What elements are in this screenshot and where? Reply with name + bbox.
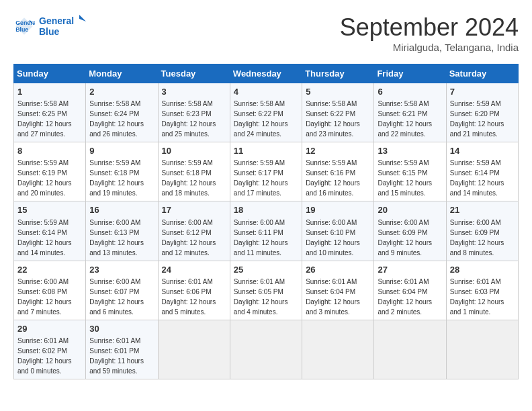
day-info: Sunrise: 6:01 AMSunset: 6:05 PMDaylight:… — [234, 278, 288, 316]
weekday-header-saturday: Saturday — [446, 64, 518, 83]
calendar-day-24: 24Sunrise: 6:01 AMSunset: 6:06 PMDayligh… — [158, 261, 230, 320]
day-info: Sunrise: 5:59 AMSunset: 6:20 PMDaylight:… — [450, 100, 504, 138]
day-number: 3 — [162, 86, 226, 98]
calendar-day-30: 30Sunrise: 6:01 AMSunset: 6:01 PMDayligh… — [86, 320, 158, 379]
weekday-header-monday: Monday — [86, 64, 158, 83]
day-info: Sunrise: 6:00 AMSunset: 6:09 PMDaylight:… — [378, 219, 432, 257]
calendar-day-16: 16Sunrise: 6:00 AMSunset: 6:13 PMDayligh… — [86, 201, 158, 261]
day-info: Sunrise: 6:01 AMSunset: 6:01 PMDaylight:… — [89, 337, 144, 375]
weekday-header-row: SundayMondayTuesdayWednesdayThursdayFrid… — [14, 64, 519, 83]
calendar-day-15: 15Sunrise: 5:59 AMSunset: 6:14 PMDayligh… — [14, 201, 86, 261]
day-info: Sunrise: 5:58 AMSunset: 6:24 PMDaylight:… — [89, 100, 144, 138]
day-info: Sunrise: 5:59 AMSunset: 6:14 PMDaylight:… — [17, 219, 72, 257]
day-number: 10 — [162, 145, 226, 157]
calendar-day-5: 5Sunrise: 5:58 AMSunset: 6:22 PMDaylight… — [302, 83, 374, 142]
calendar-day-10: 10Sunrise: 5:59 AMSunset: 6:18 PMDayligh… — [158, 142, 230, 201]
calendar-day-1: 1Sunrise: 5:58 AMSunset: 6:25 PMDaylight… — [14, 83, 86, 142]
calendar-empty — [446, 320, 518, 379]
day-info: Sunrise: 6:00 AMSunset: 6:12 PMDaylight:… — [162, 219, 216, 257]
svg-text:Blue: Blue — [39, 26, 60, 37]
day-info: Sunrise: 5:59 AMSunset: 6:18 PMDaylight:… — [89, 159, 144, 197]
day-number: 1 — [17, 86, 82, 98]
day-info: Sunrise: 6:00 AMSunset: 6:07 PMDaylight:… — [89, 278, 144, 316]
day-info: Sunrise: 6:00 AMSunset: 6:10 PMDaylight:… — [306, 219, 360, 257]
day-info: Sunrise: 5:58 AMSunset: 6:22 PMDaylight:… — [234, 100, 288, 138]
day-info: Sunrise: 6:00 AMSunset: 6:09 PMDaylight:… — [450, 219, 504, 257]
day-number: 6 — [378, 86, 442, 98]
day-number: 18 — [234, 204, 298, 216]
calendar-day-22: 22Sunrise: 6:00 AMSunset: 6:08 PMDayligh… — [14, 261, 86, 320]
weekday-header-friday: Friday — [374, 64, 446, 83]
weekday-header-wednesday: Wednesday — [230, 64, 302, 83]
calendar-table: SundayMondayTuesdayWednesdayThursdayFrid… — [13, 64, 519, 379]
calendar-day-18: 18Sunrise: 6:00 AMSunset: 6:11 PMDayligh… — [230, 201, 302, 261]
day-info: Sunrise: 6:01 AMSunset: 6:04 PMDaylight:… — [306, 278, 360, 316]
day-number: 2 — [89, 86, 154, 98]
calendar-empty — [230, 320, 302, 379]
day-info: Sunrise: 5:59 AMSunset: 6:15 PMDaylight:… — [378, 159, 432, 197]
day-info: Sunrise: 6:01 AMSunset: 6:04 PMDaylight:… — [378, 278, 432, 316]
day-info: Sunrise: 6:00 AMSunset: 6:13 PMDaylight:… — [89, 219, 144, 257]
calendar-day-6: 6Sunrise: 5:58 AMSunset: 6:21 PMDaylight… — [374, 83, 446, 142]
day-number: 5 — [306, 86, 370, 98]
calendar-day-26: 26Sunrise: 6:01 AMSunset: 6:04 PMDayligh… — [302, 261, 374, 320]
day-info: Sunrise: 5:58 AMSunset: 6:22 PMDaylight:… — [306, 100, 360, 138]
day-info: Sunrise: 6:01 AMSunset: 6:06 PMDaylight:… — [162, 278, 216, 316]
svg-marker-5 — [79, 15, 86, 21]
day-info: Sunrise: 5:58 AMSunset: 6:23 PMDaylight:… — [162, 100, 216, 138]
calendar-week-1: 1Sunrise: 5:58 AMSunset: 6:25 PMDaylight… — [14, 83, 519, 142]
calendar-day-2: 2Sunrise: 5:58 AMSunset: 6:24 PMDaylight… — [86, 83, 158, 142]
location: Mirialguda, Telangana, India — [340, 42, 519, 53]
day-number: 12 — [306, 145, 370, 157]
calendar-empty — [374, 320, 446, 379]
calendar-day-13: 13Sunrise: 5:59 AMSunset: 6:15 PMDayligh… — [374, 142, 446, 201]
day-info: Sunrise: 6:00 AMSunset: 6:08 PMDaylight:… — [17, 278, 72, 316]
day-number: 28 — [450, 264, 515, 276]
logo-icon: General Blue — [13, 15, 35, 37]
day-number: 25 — [234, 264, 298, 276]
day-info: Sunrise: 5:59 AMSunset: 6:19 PMDaylight:… — [17, 159, 72, 197]
calendar-day-14: 14Sunrise: 5:59 AMSunset: 6:14 PMDayligh… — [446, 142, 518, 201]
day-number: 11 — [234, 145, 298, 157]
calendar-day-17: 17Sunrise: 6:00 AMSunset: 6:12 PMDayligh… — [158, 201, 230, 261]
calendar-day-7: 7Sunrise: 5:59 AMSunset: 6:20 PMDaylight… — [446, 83, 518, 142]
day-number: 26 — [306, 264, 370, 276]
day-number: 21 — [450, 204, 515, 216]
calendar-day-3: 3Sunrise: 5:58 AMSunset: 6:23 PMDaylight… — [158, 83, 230, 142]
day-info: Sunrise: 6:00 AMSunset: 6:11 PMDaylight:… — [234, 219, 288, 257]
day-info: Sunrise: 5:59 AMSunset: 6:18 PMDaylight:… — [162, 159, 216, 197]
day-number: 4 — [234, 86, 298, 98]
calendar-week-5: 29Sunrise: 6:01 AMSunset: 6:02 PMDayligh… — [14, 320, 519, 379]
day-number: 8 — [17, 145, 82, 157]
day-number: 22 — [17, 264, 82, 276]
calendar-day-12: 12Sunrise: 5:59 AMSunset: 6:16 PMDayligh… — [302, 142, 374, 201]
calendar-day-19: 19Sunrise: 6:00 AMSunset: 6:10 PMDayligh… — [302, 201, 374, 261]
logo-svg: General Blue — [39, 13, 86, 39]
weekday-header-sunday: Sunday — [14, 64, 86, 83]
day-number: 19 — [306, 204, 370, 216]
day-number: 7 — [450, 86, 515, 98]
calendar-day-27: 27Sunrise: 6:01 AMSunset: 6:04 PMDayligh… — [374, 261, 446, 320]
calendar-day-21: 21Sunrise: 6:00 AMSunset: 6:09 PMDayligh… — [446, 201, 518, 261]
day-number: 15 — [17, 204, 82, 216]
day-number: 20 — [378, 204, 442, 216]
day-number: 9 — [89, 145, 154, 157]
weekday-header-tuesday: Tuesday — [158, 64, 230, 83]
weekday-header-thursday: Thursday — [302, 64, 374, 83]
calendar-day-9: 9Sunrise: 5:59 AMSunset: 6:18 PMDaylight… — [86, 142, 158, 201]
day-number: 13 — [378, 145, 442, 157]
day-info: Sunrise: 5:59 AMSunset: 6:16 PMDaylight:… — [306, 159, 360, 197]
day-info: Sunrise: 5:59 AMSunset: 6:14 PMDaylight:… — [450, 159, 504, 197]
calendar-day-29: 29Sunrise: 6:01 AMSunset: 6:02 PMDayligh… — [14, 320, 86, 379]
month-title: September 2024 — [340, 13, 519, 42]
calendar-day-23: 23Sunrise: 6:00 AMSunset: 6:07 PMDayligh… — [86, 261, 158, 320]
calendar-week-3: 15Sunrise: 5:59 AMSunset: 6:14 PMDayligh… — [14, 201, 519, 261]
day-number: 24 — [162, 264, 226, 276]
day-info: Sunrise: 6:01 AMSunset: 6:03 PMDaylight:… — [450, 278, 504, 316]
svg-text:Blue: Blue — [15, 26, 28, 33]
calendar-empty — [302, 320, 374, 379]
day-number: 17 — [162, 204, 226, 216]
calendar-empty — [158, 320, 230, 379]
day-number: 14 — [450, 145, 515, 157]
day-number: 27 — [378, 264, 442, 276]
